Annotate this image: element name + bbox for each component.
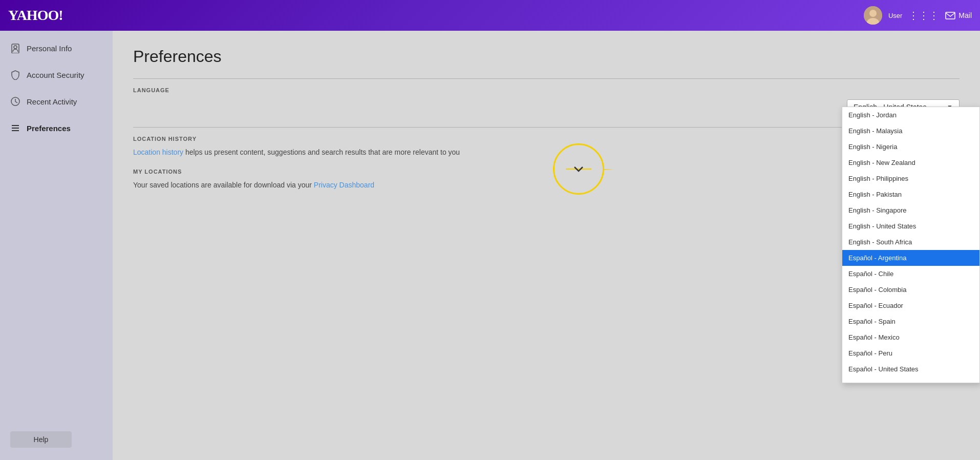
language-row: English - United States ▼ — [133, 99, 960, 115]
dropdown-item-6[interactable]: English - Singapore — [842, 202, 979, 218]
sidebar-label-preferences: Preferences — [27, 124, 71, 133]
location-history-link[interactable]: Location history — [133, 148, 185, 156]
page-layout: Personal Info Account Security Recent Ac… — [0, 31, 980, 460]
location-history-description: Location history helps us present conten… — [133, 148, 960, 156]
list-icon — [10, 123, 20, 133]
page-title: Preferences — [133, 47, 960, 66]
main-content: Preferences LANGUAGE English - United St… — [113, 31, 980, 460]
dropdown-item-1[interactable]: English - Malaysia — [842, 123, 979, 139]
dropdown-item-14[interactable]: Español - Mexico — [842, 329, 979, 345]
language-section: LANGUAGE English - United States ▼ — [133, 87, 960, 115]
topnav-left: YAHOO! — [8, 7, 63, 24]
user-name: User — [888, 12, 902, 19]
dropdown-item-16[interactable]: Español - United States — [842, 361, 979, 377]
shield-icon — [10, 70, 20, 80]
dropdown-item-4[interactable]: English - Philippines — [842, 171, 979, 186]
dropdown-item-12[interactable]: Español - Ecuador — [842, 298, 979, 313]
location-history-label: LOCATION HISTORY — [133, 136, 960, 142]
language-dropdown[interactable]: English - JordanEnglish - MalaysiaEnglis… — [842, 107, 980, 383]
sidebar-item-preferences[interactable]: Preferences — [0, 115, 113, 141]
location-history-section: LOCATION HISTORY Location history helps … — [133, 136, 960, 156]
sidebar-help-section: Help — [0, 423, 113, 460]
my-locations-section: MY LOCATIONS Your saved locations are av… — [133, 169, 960, 189]
my-locations-label: MY LOCATIONS — [133, 169, 960, 175]
language-divider — [133, 78, 960, 79]
location-divider — [133, 127, 960, 128]
sidebar-item-personal-info[interactable]: Personal Info — [0, 35, 113, 61]
dropdown-item-5[interactable]: English - Pakistan — [842, 186, 979, 202]
dropdown-item-9[interactable]: Español - Argentina — [842, 250, 979, 266]
top-navigation: YAHOO! User ⋮⋮⋮ Mail — [0, 0, 980, 31]
dropdown-item-13[interactable]: Español - Spain — [842, 313, 979, 329]
help-button[interactable]: Help — [10, 431, 72, 448]
mail-label: Mail — [958, 11, 972, 19]
mail-button[interactable]: Mail — [945, 10, 972, 20]
dropdown-item-11[interactable]: Español - Colombia — [842, 282, 979, 298]
avatar[interactable] — [864, 6, 882, 25]
dropdown-item-10[interactable]: Español - Chile — [842, 266, 979, 282]
sidebar-item-recent-activity[interactable]: Recent Activity — [0, 88, 113, 115]
dropdown-item-0[interactable]: English - Jordan — [842, 107, 979, 123]
apps-icon[interactable]: ⋮⋮⋮ — [908, 9, 939, 22]
dropdown-item-2[interactable]: English - Nigeria — [842, 139, 979, 155]
privacy-dashboard-link[interactable]: Privacy Dashboard — [314, 181, 374, 189]
yahoo-logo: YAHOO! — [8, 7, 63, 24]
sidebar-label-recent-activity: Recent Activity — [27, 97, 77, 106]
sidebar-label-account-security: Account Security — [27, 71, 84, 79]
svg-rect-3 — [946, 12, 955, 19]
svg-point-1 — [869, 10, 877, 17]
dropdown-item-8[interactable]: English - South Africa — [842, 234, 979, 250]
sidebar-item-account-security[interactable]: Account Security — [0, 61, 113, 88]
person-icon — [10, 43, 20, 53]
clock-icon — [10, 96, 20, 107]
sidebar-label-personal-info: Personal Info — [27, 44, 72, 53]
topnav-right: User ⋮⋮⋮ Mail — [864, 6, 972, 25]
dropdown-item-17[interactable]: Español - Venezuela, Bolivarian Republic… — [842, 377, 979, 383]
dropdown-item-3[interactable]: English - New Zealand — [842, 155, 979, 171]
dropdown-item-15[interactable]: Español - Peru — [842, 345, 979, 361]
sidebar: Personal Info Account Security Recent Ac… — [0, 31, 113, 460]
language-section-label: LANGUAGE — [133, 87, 960, 93]
svg-point-5 — [14, 46, 17, 49]
dropdown-item-7[interactable]: English - United States — [842, 218, 979, 234]
my-locations-description: Your saved locations are available for d… — [133, 181, 960, 189]
